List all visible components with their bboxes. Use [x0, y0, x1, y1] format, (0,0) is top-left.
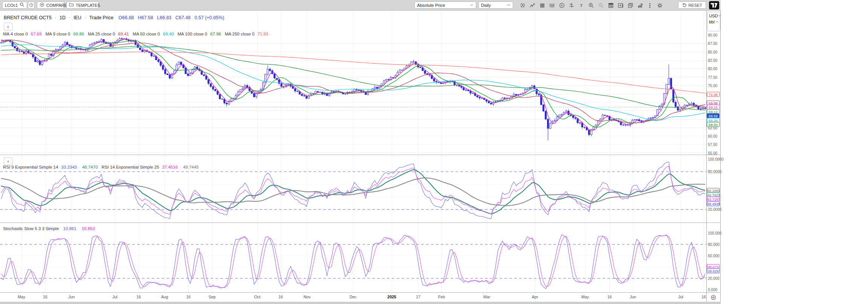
tradingview-logo-icon — [711, 3, 718, 8]
axis-tick: 80.000 — [708, 243, 720, 247]
ohlc-change: 0.57 (+0.85%) — [194, 15, 224, 20]
time-axis-label: 16 — [43, 295, 47, 299]
axis-tick: 20.000 — [708, 276, 720, 281]
symbol-search-value: LCOc1 — [5, 3, 18, 8]
rsi-legend-2-value: 48.7470 — [82, 165, 98, 169]
axis-tick: 100.0000 — [708, 157, 724, 161]
unit-value: bbl — [709, 20, 715, 24]
rsi-legend-1-value: 33.2343 — [61, 165, 77, 169]
time-axis-label: Sep — [209, 295, 216, 299]
time-axis-label: Jul — [678, 295, 683, 299]
time-axis-label: Oct — [254, 295, 260, 299]
circle-e-icon[interactable]: E — [557, 0, 567, 11]
axis-tick: 60.000 — [708, 254, 720, 258]
ma-25-value: 69.41 — [118, 32, 129, 36]
symbol-search-input[interactable]: LCOc1 — [2, 2, 27, 9]
stochastic-indicator-chart[interactable] — [0, 223, 706, 292]
candlestick-chart-icon[interactable] — [518, 0, 527, 11]
stoch-legend-1-value: 10.853 — [82, 226, 95, 231]
time-axis-label: 2025 — [387, 295, 396, 299]
horizontal-scrollbar[interactable] — [0, 302, 721, 304]
time-axis-label: 16 — [701, 295, 706, 299]
zoom-in-icon[interactable] — [586, 0, 596, 11]
ma-legend-row: MA 4 close 067.69MA 9 close 069.86MA 25 … — [3, 32, 272, 36]
price-label: 39.4945 — [707, 201, 720, 206]
symbol-name[interactable]: BRENT CRUDE OCT5 — [4, 15, 52, 20]
ohlc-open: O66.88 — [119, 15, 134, 20]
undo-icon — [682, 2, 687, 8]
unit-selector-box: USD bbl — [707, 12, 720, 31]
interval-dropdown[interactable]: Daily — [478, 2, 513, 9]
price-axis-column[interactable]: USD bbl 90.0087.5085.0082.5080.0077.5075… — [707, 11, 720, 302]
text-tool-icon[interactable]: T — [576, 0, 586, 11]
ma-100-value: 67.96 — [210, 32, 221, 36]
price-label: 68.04 — [707, 122, 720, 127]
content-right-border — [720, 0, 721, 302]
axis-tick: 82.50 — [708, 58, 717, 62]
folder-icon — [69, 2, 74, 8]
ma-250-value: 71.93 — [257, 32, 268, 36]
clock-icon — [29, 3, 34, 8]
wave-lines-icon[interactable] — [547, 0, 557, 11]
axis-tick: 60.00 — [708, 134, 717, 138]
time-axis-label: May — [18, 295, 25, 299]
ma-250-label: MA 250 close 0 — [225, 32, 255, 36]
axis-settings-icon[interactable] — [710, 294, 717, 301]
time-axis-label: 17 — [416, 295, 420, 299]
more-options-icon[interactable] — [645, 0, 655, 11]
axis-tick: 100.000 — [708, 231, 721, 235]
rsi-panel-collapse-button[interactable]: ‹ — [4, 157, 12, 165]
add-panel-icon[interactable] — [616, 0, 625, 11]
step-line-chart-icon[interactable] — [527, 0, 537, 11]
stoch-legend-0-value: 10.861 — [63, 226, 76, 231]
stochastic-legend-label: Stochastic Slow 5 3 3 Simple — [3, 226, 59, 231]
ohlc-close: C67.46 — [176, 15, 191, 20]
interval-history-button[interactable] — [28, 2, 35, 9]
chevron-down-icon — [470, 3, 474, 8]
compare-button[interactable]: COMPARE — [37, 2, 64, 9]
reset-label: RESET — [688, 3, 702, 8]
measure-tool-icon[interactable] — [567, 0, 576, 11]
time-axis-label: 16 — [278, 295, 283, 299]
axis-tick: 75.00 — [708, 83, 717, 88]
rsi-legend-row: RSI 9 Exponential Simple 1433.234348.747… — [3, 165, 203, 169]
axis-tick: 80.00 — [708, 67, 717, 71]
ma-9-label: MA 9 close 0 — [46, 32, 70, 36]
settings-gear-icon[interactable] — [655, 0, 665, 11]
axis-tick: 87.50 — [708, 41, 717, 46]
table-grid-icon[interactable] — [606, 0, 616, 11]
time-axis[interactable]: May16JunJul16Aug16SepOct16NovDec202517Fe… — [0, 292, 721, 302]
time-axis-label: Jun — [630, 295, 636, 299]
symbol-price-type: Trade Price — [89, 15, 113, 20]
templates-button[interactable]: TEMPLATES — [66, 2, 99, 9]
ma-4-label: MA 4 close 0 — [3, 32, 28, 36]
axis-tick: 85.00 — [708, 50, 717, 54]
time-axis-label: Apr — [532, 295, 538, 299]
ohlc-low: L66.83 — [157, 15, 171, 20]
search-icon — [20, 2, 24, 8]
panel-divider[interactable] — [0, 223, 721, 223]
tradingview-logo[interactable] — [709, 1, 719, 9]
stochastic-legend-row: Stochastic Slow 5 3 3 Simple 10.86110.85… — [3, 226, 99, 231]
chevron-down-icon — [718, 14, 721, 18]
ma-9-value: 69.86 — [73, 32, 84, 36]
unit-dropdown[interactable]: bbl — [708, 18, 720, 24]
time-axis-divider — [0, 292, 721, 293]
rsi-legend-3-label: RSI 14 Exponential Simple 25 — [102, 165, 159, 169]
row-stack-icon[interactable] — [537, 0, 547, 11]
time-axis-label: Aug — [161, 295, 168, 299]
main-panel-collapse-button[interactable]: ‹ — [4, 23, 12, 31]
zoom-out-icon[interactable] — [596, 0, 606, 11]
time-axis-label: 16 — [607, 295, 612, 299]
reset-button[interactable]: RESET — [678, 2, 706, 9]
ohlc-high: H67.58 — [138, 15, 153, 20]
currency-dropdown[interactable]: USD — [708, 12, 720, 18]
chart-export-icon[interactable] — [635, 0, 645, 11]
price-label: 72.38 — [707, 92, 720, 97]
pages-icon[interactable] — [625, 0, 635, 11]
panel-divider[interactable] — [0, 155, 721, 155]
price-mode-dropdown[interactable]: Absolute Price — [414, 2, 476, 9]
axis-tick: 20.0000 — [708, 207, 721, 212]
ma-50-value: 69.40 — [163, 32, 174, 36]
interval-value: Daily — [481, 3, 491, 8]
